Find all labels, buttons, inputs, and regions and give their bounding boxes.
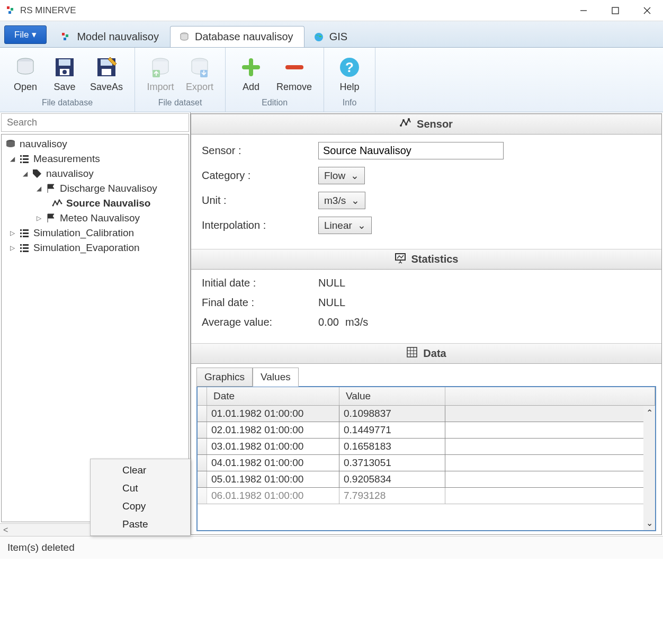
grid-row[interactable]: 01.01.1982 01:00:00 0.1098837 bbox=[198, 406, 655, 422]
tree-meteo-label: Meteo Nauvalisoy bbox=[60, 212, 140, 224]
scroll-down-icon[interactable]: ⌄ bbox=[646, 518, 653, 528]
tab-model[interactable]: Model nauvalisoy bbox=[52, 26, 170, 47]
right-pane: Sensor Sensor : Category : Flow ⌄ Unit :… bbox=[191, 113, 662, 535]
cell-value[interactable]: 0.1658183 bbox=[339, 439, 445, 454]
data-header: Data bbox=[191, 343, 661, 364]
cell-value[interactable]: 0.1098837 bbox=[339, 406, 445, 422]
grid-icon bbox=[406, 346, 418, 361]
data-grid: Date Value 01.01.1982 01:00:00 0.1098837… bbox=[196, 386, 656, 531]
cell-date[interactable]: 04.01.1982 01:00:00 bbox=[207, 455, 339, 471]
svg-rect-42 bbox=[23, 229, 29, 231]
saveas-icon bbox=[94, 55, 119, 79]
ribbon-group-label: File dataset bbox=[158, 98, 202, 108]
cell-date[interactable]: 06.01.1982 01:00:00 bbox=[207, 488, 339, 504]
context-menu: Clear Cut Copy Paste bbox=[90, 459, 191, 536]
tab-gis[interactable]: GIS bbox=[304, 26, 359, 47]
expand-icon[interactable]: ◢ bbox=[35, 185, 42, 192]
expand-icon[interactable]: ▷ bbox=[35, 214, 42, 222]
tab-graphics[interactable]: Graphics bbox=[196, 368, 253, 387]
svg-point-53 bbox=[400, 124, 402, 127]
save-icon bbox=[52, 55, 77, 79]
saveas-label: SaveAs bbox=[90, 82, 123, 93]
import-button[interactable]: Import bbox=[142, 53, 178, 95]
tree-discharge[interactable]: ◢ Discharge Nauvalisoy bbox=[4, 181, 186, 196]
dropdown-icon: ▾ bbox=[32, 29, 37, 40]
category-select[interactable]: Flow ⌄ bbox=[318, 167, 365, 184]
col-date[interactable]: Date bbox=[207, 387, 339, 405]
grid-row[interactable]: 05.01.1982 01:00:00 0.9205834 bbox=[198, 471, 655, 488]
ribbon: Open Save SaveAs File database Import Ex… bbox=[0, 48, 663, 112]
import-label: Import bbox=[147, 82, 174, 93]
grid-row[interactable]: 02.01.1982 01:00:00 0.1449771 bbox=[198, 422, 655, 439]
expand-icon[interactable]: ▷ bbox=[9, 229, 15, 237]
context-menu-clear[interactable]: Clear bbox=[91, 461, 190, 479]
saveas-button[interactable]: SaveAs bbox=[86, 53, 127, 95]
tree-measurements-label: Measurements bbox=[33, 153, 100, 165]
grid-body[interactable]: 01.01.1982 01:00:00 0.1098837 02.01.1982… bbox=[198, 406, 655, 530]
sensor-input[interactable] bbox=[318, 142, 504, 159]
ribbon-group-file-dataset: Import Export File dataset bbox=[135, 48, 226, 112]
cell-date[interactable]: 02.01.1982 01:00:00 bbox=[207, 422, 339, 438]
save-button[interactable]: Save bbox=[47, 53, 83, 95]
col-value[interactable]: Value bbox=[339, 387, 445, 405]
grid-row[interactable]: 03.01.1982 01:00:00 0.1658183 bbox=[198, 439, 655, 455]
file-menu[interactable]: File ▾ bbox=[4, 25, 47, 44]
remove-button[interactable]: Remove bbox=[272, 53, 316, 95]
open-button[interactable]: Open bbox=[7, 53, 43, 95]
cell-value[interactable]: 0.3713051 bbox=[339, 455, 445, 471]
database-icon bbox=[179, 32, 190, 42]
svg-point-56 bbox=[408, 118, 410, 120]
unit-value: m3/s bbox=[324, 195, 346, 207]
search-input[interactable] bbox=[1, 113, 189, 132]
interp-select[interactable]: Linear ⌄ bbox=[318, 217, 372, 234]
list-icon bbox=[19, 242, 30, 254]
tab-database[interactable]: Database nauvalisoy bbox=[170, 26, 304, 47]
chevron-down-icon: ⌄ bbox=[357, 219, 366, 231]
context-menu-copy[interactable]: Copy bbox=[91, 497, 190, 515]
svg-rect-58 bbox=[407, 347, 417, 357]
export-button[interactable]: Export bbox=[182, 53, 218, 95]
svg-point-39 bbox=[59, 200, 60, 201]
help-button[interactable]: ? Help bbox=[332, 53, 368, 95]
expand-icon[interactable]: ▷ bbox=[9, 244, 15, 252]
tree-station[interactable]: ◢ nauvalisoy bbox=[4, 166, 186, 181]
cell-value[interactable]: 7.793128 bbox=[339, 488, 445, 504]
cell-date[interactable]: 01.01.1982 01:00:00 bbox=[207, 406, 339, 422]
cell-date[interactable]: 05.01.1982 01:00:00 bbox=[207, 471, 339, 487]
cell-date[interactable]: 03.01.1982 01:00:00 bbox=[207, 439, 339, 454]
save-label: Save bbox=[53, 82, 75, 93]
cell-value[interactable]: 0.9205834 bbox=[339, 471, 445, 487]
stats-header-label: Statistics bbox=[411, 253, 459, 265]
minimize-button[interactable] bbox=[568, 0, 599, 21]
tree-source[interactable]: Source Nauvaliso bbox=[4, 196, 186, 211]
svg-rect-52 bbox=[23, 251, 29, 252]
scroll-up-icon[interactable]: ⌃ bbox=[646, 408, 653, 418]
vertical-scrollbar[interactable]: ⌃ ⌄ bbox=[643, 406, 655, 530]
list-icon bbox=[19, 227, 30, 239]
expand-icon[interactable]: ◢ bbox=[22, 170, 28, 177]
svg-rect-45 bbox=[20, 236, 22, 237]
tree-root[interactable]: nauvalisoy bbox=[4, 137, 186, 151]
context-menu-cut[interactable]: Cut bbox=[91, 479, 190, 497]
status-text: Item(s) deleted bbox=[7, 542, 75, 553]
add-button[interactable]: Add bbox=[233, 53, 269, 95]
svg-rect-44 bbox=[23, 232, 29, 234]
cell-value[interactable]: 0.1449771 bbox=[339, 422, 445, 438]
initial-date-label: Initial date : bbox=[202, 277, 318, 289]
grid-row[interactable]: 04.01.1982 01:00:00 0.3713051 bbox=[198, 455, 655, 471]
svg-rect-43 bbox=[20, 232, 22, 234]
context-menu-paste[interactable]: Paste bbox=[91, 515, 190, 533]
tree-sim-evaporation[interactable]: ▷ Simulation_Evaporation bbox=[4, 240, 186, 255]
grid-row[interactable]: 06.01.1982 01:00:00 7.793128 bbox=[198, 488, 655, 504]
tree-sim-calibration[interactable]: ▷ Simulation_Calibration bbox=[4, 226, 186, 240]
svg-rect-35 bbox=[23, 162, 29, 163]
tag-icon bbox=[31, 168, 43, 180]
close-button[interactable] bbox=[631, 0, 663, 21]
tree-measurements[interactable]: ◢ Measurements bbox=[4, 151, 186, 166]
unit-select[interactable]: m3/s ⌄ bbox=[318, 192, 365, 209]
db-export-icon bbox=[187, 55, 212, 79]
expand-icon[interactable]: ◢ bbox=[9, 155, 15, 163]
tab-values[interactable]: Values bbox=[253, 368, 299, 387]
maximize-button[interactable] bbox=[599, 0, 631, 21]
tree-meteo[interactable]: ▷ Meteo Nauvalisoy bbox=[4, 211, 186, 226]
